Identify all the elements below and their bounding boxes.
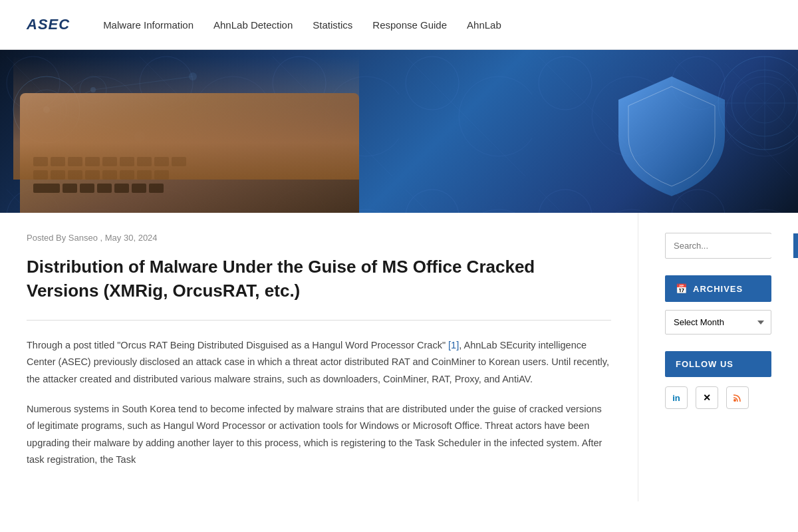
sidebar: 📅 ARCHIVES Select Month May 2024 April 2… — [665, 213, 771, 501]
follow-us-box: FOLLOW US — [665, 351, 771, 377]
ref-1-link[interactable]: [1] — [448, 340, 459, 350]
nav-response-guide[interactable]: Response Guide — [372, 16, 447, 34]
follow-us-title: FOLLOW US — [676, 359, 733, 369]
main-nav: Malware Information AhnLab Detection Sta… — [103, 16, 501, 34]
hero-hands-area — [0, 50, 359, 213]
search-input[interactable] — [666, 234, 793, 257]
archives-title: ARCHIVES — [693, 284, 743, 294]
search-box — [665, 233, 771, 259]
nav-malware-information[interactable]: Malware Information — [103, 16, 194, 34]
hero-banner — [0, 50, 798, 213]
site-logo[interactable]: ASEC — [27, 16, 70, 33]
post-divider — [27, 320, 611, 321]
month-select[interactable]: Select Month May 2024 April 2024 March 2… — [665, 310, 771, 334]
hero-circuit-decoration — [665, 50, 798, 213]
twitter-x-icon[interactable]: ✕ — [696, 386, 718, 409]
post-title: Distribution of Malware Under the Guise … — [27, 255, 611, 303]
main-content: Posted By Sanseo , May 30, 2024 Distribu… — [0, 213, 798, 501]
paragraph-2: Numerous systems in South Korea tend to … — [27, 401, 611, 469]
calendar-icon: 📅 — [676, 283, 688, 294]
article: Posted By Sanseo , May 30, 2024 Distribu… — [27, 213, 638, 501]
rss-feed-icon — [733, 393, 742, 402]
archives-box: 📅 ARCHIVES — [665, 275, 771, 302]
site-header: ASEC Malware Information AhnLab Detectio… — [0, 0, 798, 50]
social-icons: in ✕ — [665, 386, 771, 409]
search-button[interactable] — [793, 233, 798, 258]
post-content: Through a post titled "Orcus RAT Being D… — [27, 337, 611, 469]
linkedin-icon[interactable]: in — [665, 386, 688, 409]
nav-statistics[interactable]: Statistics — [313, 16, 352, 34]
nav-ahnlab-detection[interactable]: AhnLab Detection — [213, 16, 293, 34]
nav-ahnlab[interactable]: AhnLab — [467, 16, 501, 34]
rss-icon[interactable] — [726, 386, 749, 409]
paragraph-1: Through a post titled "Orcus RAT Being D… — [27, 337, 611, 388]
svg-point-19 — [733, 399, 736, 402]
post-meta: Posted By Sanseo , May 30, 2024 — [27, 233, 611, 243]
